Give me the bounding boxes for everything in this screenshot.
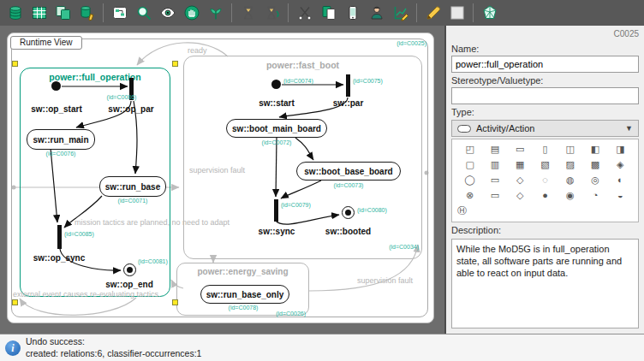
description-textarea[interactable]: While the MoD5G is in full_operation sta… xyxy=(451,239,639,328)
node-run-base-id: (id=C0071) xyxy=(99,198,166,204)
wait-hourglass-run-icon[interactable] xyxy=(260,2,283,24)
node-run-base-only[interactable]: sw::run_base_only xyxy=(200,285,289,304)
node-booted-label: sw::booted xyxy=(320,227,376,236)
node-sync-join[interactable] xyxy=(274,199,278,222)
node-boot-main-board-label: sw::boot_main_board xyxy=(232,124,321,133)
node-boot-base-board-label: sw::boot_base_board xyxy=(304,167,392,176)
palette-shape-icon[interactable]: ◐ xyxy=(617,175,623,186)
mobile-phone-icon[interactable] xyxy=(341,2,364,24)
state-full-operation-title: power::full_operation xyxy=(21,72,170,82)
gem-polygon-icon[interactable] xyxy=(478,2,501,24)
node-par-label: sw::par xyxy=(325,98,372,108)
node-boot-base-board[interactable]: sw::boot_base_board xyxy=(296,162,401,180)
palette-shape-icon[interactable]: ◇ xyxy=(516,190,523,201)
transition-label-mission[interactable]: mission tactics are planned, no need to … xyxy=(75,218,230,227)
palette-shape-icon[interactable]: ▧ xyxy=(540,159,549,170)
palette-shape-icon[interactable]: ▢ xyxy=(465,159,474,170)
empty-slot-icon[interactable] xyxy=(445,2,468,24)
palette-shape-icon[interactable]: ▥ xyxy=(491,159,499,170)
palette-shape-icon[interactable]: ◨ xyxy=(616,144,624,155)
node-booted[interactable] xyxy=(342,206,355,219)
transition-label-supervision-fault-left[interactable]: supervision fault xyxy=(189,166,245,175)
palette-shape-icon[interactable]: ▤ xyxy=(491,144,499,155)
toolbar-separator xyxy=(231,3,232,22)
node-op-end[interactable] xyxy=(123,263,136,276)
palette-shape-icon[interactable]: ▭ xyxy=(491,190,499,201)
node-op-par-id: (id=C0086) xyxy=(92,94,152,100)
palette-shape-icon[interactable]: ◌ xyxy=(542,175,548,186)
cut-scissors-icon[interactable] xyxy=(293,2,316,24)
transition-label-supervision-fault-right[interactable]: supervision fault xyxy=(357,276,413,285)
node-boot-base-board-id: (id=C0073) xyxy=(296,182,401,188)
palette-shape-icon[interactable]: ⊗ xyxy=(466,190,474,201)
state-energy-saving-title: power::energy_saving xyxy=(177,267,308,276)
type-selected-label: Activity/Action xyxy=(476,123,620,133)
palette-shape-icon[interactable]: ◎ xyxy=(591,175,599,186)
palette-shape-icon[interactable]: ▩ xyxy=(591,159,599,170)
diagram-tab-runtime-view[interactable]: Runtime View xyxy=(10,36,82,50)
diagram-frame-icon[interactable] xyxy=(108,2,131,24)
copy-cards-icon[interactable] xyxy=(317,2,340,24)
palette-shape-icon[interactable]: ▭ xyxy=(516,144,524,155)
name-input[interactable] xyxy=(451,56,639,73)
node-par-fork[interactable] xyxy=(346,74,350,97)
palette-shape-icon[interactable]: ◧ xyxy=(591,144,599,155)
palette-shape-icon[interactable]: ◯ xyxy=(464,175,474,186)
palette-shape-icon[interactable]: ◔ xyxy=(593,190,599,201)
node-start-id: (id=C0074) xyxy=(283,78,335,84)
database-new-icon[interactable] xyxy=(3,2,27,24)
grow-plant-icon[interactable] xyxy=(204,2,227,24)
stereotype-field-label: Stereotype/Valuetype: xyxy=(451,75,639,86)
chevron-down-icon: ▼ xyxy=(625,124,633,133)
node-op-sync-id: (id=C0085) xyxy=(64,231,116,237)
palette-shape-icon[interactable]: ▯ xyxy=(542,144,547,155)
selection-handle[interactable] xyxy=(172,61,178,67)
zoom-magnifier-icon[interactable] xyxy=(132,2,155,24)
palette-shape-icon[interactable]: ◫ xyxy=(566,144,575,155)
wait-hourglass-icon[interactable] xyxy=(236,2,259,24)
node-run-main[interactable]: sw::run_main xyxy=(27,129,95,150)
properties-panel: C0025 Name: Stereotype/Valuetype: Type: … xyxy=(446,26,644,334)
palette-shape-icon[interactable]: ◍ xyxy=(566,175,575,186)
palette-shape-icon[interactable]: ◰ xyxy=(465,144,474,155)
pan-hand-icon[interactable] xyxy=(180,2,203,24)
node-start[interactable] xyxy=(271,80,281,89)
info-icon: i xyxy=(5,340,21,356)
user-profile-icon[interactable] xyxy=(365,2,388,24)
palette-shape-icon[interactable]: ◈ xyxy=(617,159,623,170)
node-run-base[interactable]: sw::run_base xyxy=(99,176,166,197)
state-fast-boot[interactable]: power::fast_boot xyxy=(183,56,422,259)
stereotype-input[interactable] xyxy=(451,87,639,104)
database-edit-icon[interactable] xyxy=(75,2,98,24)
main-toolbar xyxy=(0,0,644,26)
palette-shape-icon[interactable]: ▦ xyxy=(516,159,524,170)
type-dropdown[interactable]: Activity/Action ▼ xyxy=(451,120,639,137)
palette-shape-icon[interactable]: ▭ xyxy=(491,175,499,186)
status-line-1: Undo success: xyxy=(26,336,85,346)
palette-shape-icon[interactable]: ▨ xyxy=(566,159,575,170)
palette-shape-icon[interactable]: ◇ xyxy=(516,175,523,186)
selection-handle[interactable] xyxy=(12,299,18,305)
database-copy-icon[interactable] xyxy=(51,2,75,24)
node-op-sync-join[interactable] xyxy=(57,225,62,249)
transition-label-ready[interactable]: ready xyxy=(188,46,207,55)
transition-label-external-event[interactable]: external event causes re-evaluating tact… xyxy=(13,290,161,299)
palette-shape-icon[interactable]: ◉ xyxy=(566,190,575,201)
node-op-start[interactable] xyxy=(51,81,61,91)
node-run-base-only-id: (id=C0078) xyxy=(209,305,277,311)
edit-pencil-icon[interactable] xyxy=(421,2,444,24)
activity-shape-icon xyxy=(457,125,471,133)
canvas-background: (id=C0025) power::full_operation power::… xyxy=(0,26,444,334)
selection-handle[interactable] xyxy=(12,61,18,67)
database-table-icon[interactable] xyxy=(27,2,51,24)
chart-edit-icon[interactable] xyxy=(389,2,412,24)
selection-handle[interactable] xyxy=(172,299,178,305)
palette-shape-icon[interactable]: ◒ xyxy=(617,190,623,201)
node-boot-main-board[interactable]: sw::boot_main_board xyxy=(226,119,327,138)
palette-hp-icon[interactable]: Ⓗ xyxy=(457,204,633,217)
state-fast-boot-title: power::fast_boot xyxy=(184,60,421,70)
diagram-canvas[interactable]: (id=C0025) power::full_operation power::… xyxy=(7,33,434,323)
view-eye-icon[interactable] xyxy=(156,2,179,24)
palette-shape-icon[interactable]: ● xyxy=(542,190,548,201)
diagram-id-label: (id=C0025) xyxy=(382,40,426,46)
